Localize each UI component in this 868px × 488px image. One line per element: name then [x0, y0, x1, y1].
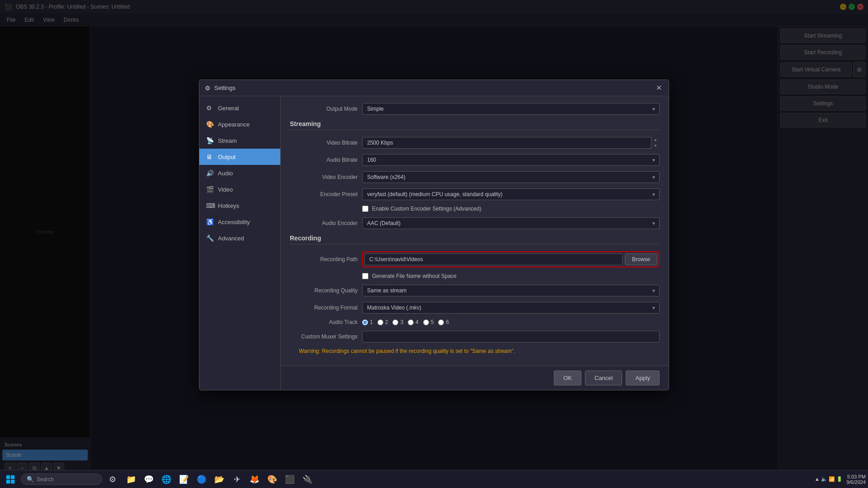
- video-bitrate-up[interactable]: ▲: [651, 137, 660, 143]
- output-icon: 🖥: [206, 153, 213, 160]
- audio-track-4-radio[interactable]: [408, 319, 414, 325]
- taskbar-search-icon: 🔍: [27, 476, 34, 483]
- audio-bitrate-control: 96 128 160 192 256 320: [362, 154, 660, 166]
- audio-track-6-radio[interactable]: [438, 319, 444, 325]
- settings-nav-video[interactable]: 🎬 Video: [199, 181, 280, 197]
- taskbar-start-btn[interactable]: [2, 471, 19, 488]
- streaming-section-title: Streaming: [290, 120, 660, 130]
- settings-nav-accessibility-label: Accessibility: [218, 219, 250, 225]
- audio-track-1-label: 1: [370, 319, 373, 325]
- settings-nav-output[interactable]: 🖥 Output: [199, 149, 280, 165]
- audio-track-3-radio[interactable]: [392, 319, 398, 325]
- settings-main: Output Mode Simple Advanced Streaming Vi…: [281, 96, 669, 390]
- output-mode-row: Output Mode Simple Advanced: [290, 103, 660, 115]
- audio-bitrate-select[interactable]: 96 128 160 192 256 320: [362, 154, 660, 166]
- taskbar-date: 9/6/2024: [846, 479, 866, 485]
- audio-track-2-radio[interactable]: [377, 319, 383, 325]
- encoder-preset-row: Encoder Preset veryfast (default) (mediu…: [290, 188, 660, 200]
- audio-track-2: 2: [377, 319, 388, 325]
- audio-bitrate-row: Audio Bitrate 96 128 160 192 256 320: [290, 154, 660, 166]
- taskbar-search-text: Search: [37, 476, 54, 483]
- taskbar-apps: 📁 💬 🌐 📝 🔵 📂 ✈ 🦊 🎨 ⬛ 🔌: [123, 471, 812, 488]
- apply-button[interactable]: Apply: [626, 371, 660, 385]
- output-mode-control: Simple Advanced: [362, 103, 660, 115]
- audio-encoder-select[interactable]: AAC (Default) Opus: [362, 217, 660, 229]
- generate-filename-checkbox[interactable]: [362, 273, 368, 279]
- taskbar-app-obs[interactable]: ⬛: [282, 471, 298, 488]
- video-bitrate-down[interactable]: ▼: [651, 143, 660, 149]
- accessibility-icon: ♿: [206, 218, 213, 225]
- output-mode-label: Output Mode: [290, 106, 358, 112]
- settings-nav-appearance[interactable]: 🎨 Appearance: [199, 116, 280, 132]
- audio-track-6: 6: [438, 319, 449, 325]
- recording-format-control: Matroska Video (.mkv) MPEG-4 (.mp4) MOV …: [362, 302, 660, 314]
- taskbar-app-discord[interactable]: 💬: [141, 471, 157, 488]
- settings-nav-audio[interactable]: 🔊 Audio: [199, 165, 280, 181]
- audio-track-5-radio[interactable]: [423, 319, 429, 325]
- audio-track-4-label: 4: [415, 319, 419, 325]
- taskbar-time: 5:03 PM: [846, 474, 866, 479]
- video-icon: 🎬: [206, 186, 213, 193]
- encoder-preset-control: veryfast (default) (medium CPU usage, st…: [362, 188, 660, 200]
- audio-track-row: Audio Track 1 2: [290, 319, 660, 325]
- ok-button[interactable]: OK: [554, 371, 581, 385]
- taskbar-app-edge[interactable]: 🌐: [158, 471, 175, 488]
- recording-format-row: Recording Format Matroska Video (.mkv) M…: [290, 302, 660, 314]
- cancel-button[interactable]: Cancel: [585, 371, 622, 385]
- settings-footer: OK Cancel Apply: [281, 366, 669, 390]
- taskbar-search[interactable]: 🔍 Search: [21, 474, 102, 485]
- encoder-preset-label: Encoder Preset: [290, 191, 358, 197]
- custom-muxer-label: Custom Muxer Settings: [290, 333, 358, 340]
- settings-close-btn[interactable]: ✕: [654, 84, 663, 93]
- recording-quality-label: Recording Quality: [290, 287, 358, 294]
- settings-nav-advanced[interactable]: 🔧 Advanced: [199, 230, 280, 246]
- encoder-preset-select[interactable]: veryfast (default) (medium CPU usage, st…: [362, 188, 660, 200]
- taskbar-app-explorer[interactable]: 📂: [211, 471, 227, 488]
- taskbar-app-firefox[interactable]: 🦊: [246, 471, 263, 488]
- recording-path-browse-btn[interactable]: Browse: [625, 253, 657, 265]
- custom-muxer-input[interactable]: [362, 331, 660, 343]
- audio-encoder-control: AAC (Default) Opus: [362, 217, 660, 229]
- settings-content: Output Mode Simple Advanced Streaming Vi…: [281, 96, 669, 366]
- recording-format-select[interactable]: Matroska Video (.mkv) MPEG-4 (.mp4) MOV …: [362, 302, 660, 314]
- audio-tracks: 1 2 3 4: [362, 319, 660, 325]
- settings-titlebar: ⚙ Settings ✕: [199, 80, 669, 96]
- settings-nav-output-label: Output: [218, 154, 236, 160]
- recording-quality-select[interactable]: Same as stream High Quality, Medium File…: [362, 285, 660, 296]
- audio-encoder-row: Audio Encoder AAC (Default) Opus: [290, 217, 660, 229]
- audio-track-5-label: 5: [431, 319, 434, 325]
- output-mode-select[interactable]: Simple Advanced: [362, 103, 660, 115]
- taskbar-app-chrome[interactable]: 🔵: [193, 471, 210, 488]
- settings-nav-stream[interactable]: 📡 Stream: [199, 132, 280, 149]
- settings-dialog-title: Settings: [214, 84, 654, 91]
- audio-track-3-label: 3: [400, 319, 403, 325]
- recording-format-label: Recording Format: [290, 305, 358, 311]
- settings-dialog: ⚙ Settings ✕ ⚙ General 🎨 Appearance 📡 St…: [199, 80, 669, 390]
- recording-path-input[interactable]: [364, 253, 623, 265]
- taskbar-app-files[interactable]: 📁: [123, 471, 139, 488]
- video-encoder-select[interactable]: Software (x264) Hardware (NVENC) Hardwar…: [362, 171, 660, 183]
- video-bitrate-input[interactable]: [362, 137, 660, 149]
- settings-nav-hotkeys[interactable]: ⌨ Hotkeys: [199, 197, 280, 214]
- svg-rect-2: [6, 479, 10, 483]
- recording-section-title: Recording: [290, 235, 660, 244]
- taskbar-task-view[interactable]: ⚙: [104, 471, 121, 488]
- taskbar-app-plugins[interactable]: 🔌: [299, 471, 316, 488]
- audio-track-5: 5: [423, 319, 434, 325]
- video-bitrate-row: Video Bitrate ▲ ▼: [290, 137, 660, 149]
- settings-nav-video-label: Video: [218, 186, 233, 193]
- taskbar-app-word[interactable]: 📝: [176, 471, 192, 488]
- settings-nav-accessibility[interactable]: ♿ Accessibility: [199, 214, 280, 230]
- taskbar-app-telegram[interactable]: ✈: [229, 471, 245, 488]
- settings-nav-stream-label: Stream: [218, 137, 237, 144]
- taskbar-system-tray: ▲ 🔈 📶 🔋 5:03 PM 9/6/2024: [815, 474, 866, 485]
- settings-nav-audio-label: Audio: [218, 170, 233, 177]
- recording-quality-row: Recording Quality Same as stream High Qu…: [290, 285, 660, 296]
- audio-track-1-radio[interactable]: [362, 319, 368, 325]
- video-bitrate-wrapper: ▲ ▼: [362, 137, 660, 149]
- settings-nav-general-label: General: [218, 105, 239, 112]
- custom-encoder-checkbox[interactable]: [362, 206, 368, 212]
- stream-icon: 📡: [206, 137, 213, 144]
- taskbar-app-photoshop[interactable]: 🎨: [264, 471, 280, 488]
- settings-nav-general[interactable]: ⚙ General: [199, 100, 280, 116]
